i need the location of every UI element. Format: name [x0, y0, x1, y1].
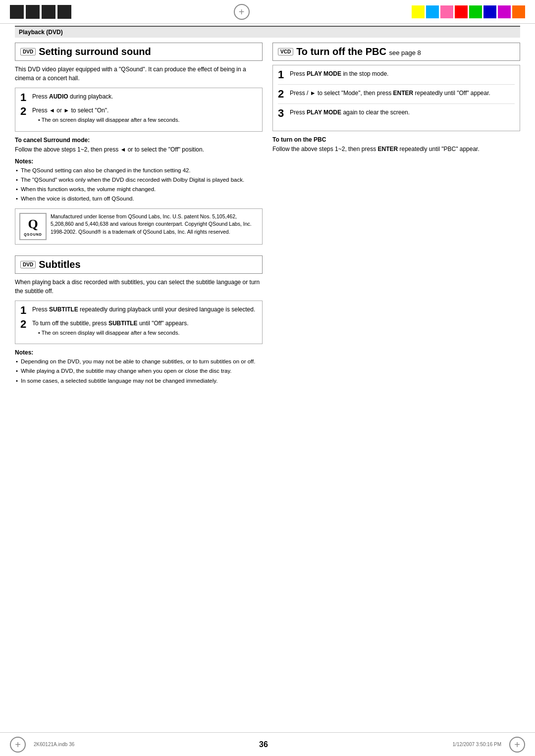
- color-magenta: [498, 5, 511, 18]
- cancel-text: Follow the above steps 1~2, then press ◄…: [15, 145, 263, 154]
- dvd-badge-2: DVD: [20, 261, 36, 268]
- subtitle-bold-1: SUBTITLE: [49, 306, 78, 313]
- color-pink: [440, 5, 453, 18]
- subtitles-heading: Subtitles: [39, 259, 80, 270]
- step-1-number: 1: [20, 92, 28, 103]
- subtitle-bold-2: SUBTITLE: [108, 320, 138, 327]
- subtitles-intro: When playing back a disc recorded with s…: [15, 278, 263, 296]
- subtitle-step-1: 1 Press SUBTITLE repeatedly during playb…: [20, 305, 257, 316]
- subtitle-step-1-content: Press SUBTITLE repeatedly during playbac…: [32, 305, 257, 314]
- qsound-label: QSOUND: [24, 233, 42, 236]
- subtitles-notes-heading: Notes:: [15, 349, 263, 356]
- color-green: [469, 5, 482, 18]
- left-column: DVD Setting surround sound This DVD vide…: [15, 43, 263, 386]
- qsound-box: Q QSOUND Manufactured under license from…: [15, 208, 263, 245]
- page-number: 36: [259, 740, 268, 749]
- step-2-content: Press ◄ or ► to select "On". The on scre…: [32, 106, 257, 124]
- q-letter: Q: [28, 217, 38, 232]
- surround-sound-title: DVD Setting surround sound: [15, 43, 263, 61]
- pbc-step-3-number: 3: [278, 108, 286, 119]
- bottom-compass-right: [509, 737, 525, 753]
- surround-sound-heading: Setting surround sound: [39, 46, 151, 57]
- pbc-steps-box: 1 Press PLAY MODE in the stop mode. 2 Pr…: [272, 65, 520, 131]
- subtitle-step-2-number: 2: [20, 319, 28, 330]
- subtitles-title: DVD Subtitles: [15, 255, 263, 274]
- bottom-compass-left: [10, 737, 26, 753]
- pbc-step-2-bold: ENTER: [393, 90, 413, 97]
- pbc-step-1-number: 1: [278, 69, 286, 80]
- two-column-layout: DVD Setting surround sound This DVD vide…: [15, 43, 520, 386]
- vcd-badge: VCD: [278, 48, 293, 55]
- step-1-bold: AUDIO: [49, 93, 68, 100]
- dvd-badge: DVD: [20, 48, 36, 55]
- subtitle-step-1-number: 1: [20, 305, 28, 316]
- surround-step-1: 1 Press AUDIO during playback.: [20, 92, 257, 103]
- subtitle-step-2-bullet: The on screen display will disappear aft…: [38, 329, 257, 337]
- bottom-right: 1/12/2007 3:50:16 PM: [453, 737, 525, 753]
- qsound-logo: Q QSOUND: [19, 213, 47, 240]
- note-2: The "QSound" works only when the DVD dis…: [15, 176, 263, 184]
- qsound-text: Manufactured under license from QSound L…: [51, 213, 258, 236]
- pbc-heading: To turn off the PBC see page 8: [296, 46, 421, 57]
- compass-mark: [234, 4, 250, 20]
- page-header: Playback (DVD): [15, 26, 520, 38]
- right-column: VCD To turn off the PBC see page 8 1 Pre…: [272, 43, 520, 386]
- pbc-step-1-bold: PLAY MODE: [307, 70, 341, 77]
- color-cyan: [426, 5, 439, 18]
- surround-sound-intro: This DVD video player equipped with a "Q…: [15, 65, 263, 83]
- section-divider: [15, 250, 263, 255]
- step-2-bullet: The on screen display will disappear aft…: [38, 116, 257, 124]
- subtitle-note-2: While playing a DVD, the subtitle may ch…: [15, 367, 263, 375]
- pbc-step-3: 3 Press PLAY MODE again to clear the scr…: [278, 108, 515, 123]
- notes-heading-1: Notes:: [15, 158, 263, 165]
- color-orange: [512, 5, 525, 18]
- main-content: Playback (DVD) DVD Setting surround soun…: [0, 26, 535, 386]
- footer-right-text: 1/12/2007 3:50:16 PM: [453, 742, 501, 747]
- pbc-step-2-number: 2: [278, 89, 286, 100]
- reg-block-1: [10, 5, 24, 19]
- color-yellow: [412, 5, 425, 18]
- turn-on-pbc-heading: To turn on the PBC: [272, 136, 520, 143]
- color-red: [455, 5, 468, 18]
- subtitle-note-1: Depending on the DVD, you may not be abl…: [15, 357, 263, 366]
- section-label: Playback (DVD): [19, 29, 63, 36]
- surround-steps-box: 1 Press AUDIO during playback. 2 Press ◄…: [15, 88, 263, 132]
- surround-step-2: 2 Press ◄ or ► to select "On". The on sc…: [20, 106, 257, 124]
- pbc-step-3-content: Press PLAY MODE again to clear the scree…: [290, 108, 515, 117]
- subtitles-steps-box: 1 Press SUBTITLE repeatedly during playb…: [15, 301, 263, 345]
- reg-marks-right: [412, 5, 525, 18]
- subtitle-note-3: In some cases, a selected subtitle langu…: [15, 377, 263, 385]
- reg-block-2: [26, 5, 40, 19]
- footer-left-text: 2K60121A.indb 36: [34, 742, 74, 747]
- turn-on-pbc: To turn on the PBC Follow the above step…: [272, 136, 520, 153]
- note-3: When this function works, the volume mig…: [15, 185, 263, 194]
- surround-notes: Notes: The QSound setting can also be ch…: [15, 158, 263, 203]
- pbc-step-3-bold: PLAY MODE: [307, 109, 341, 116]
- color-blue: [483, 5, 496, 18]
- pbc-step-1-content: Press PLAY MODE in the stop mode.: [290, 69, 515, 78]
- cancel-surround: To cancel Surround mode: Follow the abov…: [15, 137, 263, 154]
- bottom-left: 2K60121A.indb 36: [10, 737, 74, 753]
- note-1: The QSound setting can also be changed i…: [15, 166, 263, 175]
- top-registration-bar: [0, 0, 535, 24]
- reg-block-3: [42, 5, 55, 19]
- pbc-step-2: 2 Press / ► to select "Mode", then press…: [278, 89, 515, 104]
- reg-marks-left: [10, 5, 71, 19]
- bottom-bar: 2K60121A.indb 36 36 1/12/2007 3:50:16 PM: [0, 732, 535, 756]
- turn-on-pbc-bold: ENTER: [377, 146, 398, 152]
- subtitle-step-2: 2 To turn off the subtitle, press SUBTIT…: [20, 319, 257, 337]
- pbc-step-2-content: Press / ► to select "Mode", then press E…: [290, 89, 515, 98]
- step-2-number: 2: [20, 106, 28, 117]
- pbc-title: VCD To turn off the PBC see page 8: [272, 43, 520, 61]
- pbc-see-page: see page 8: [389, 49, 421, 56]
- subtitles-notes: Notes: Depending on the DVD, you may not…: [15, 349, 263, 385]
- note-4: When the voice is distorted, turn off QS…: [15, 195, 263, 203]
- step-1-content: Press AUDIO during playback.: [32, 92, 257, 101]
- pbc-step-1: 1 Press PLAY MODE in the stop mode.: [278, 69, 515, 85]
- turn-on-pbc-text: Follow the above steps 1~2, then press E…: [272, 145, 520, 153]
- reg-block-4: [57, 5, 71, 19]
- subtitle-step-2-content: To turn off the subtitle, press SUBTITLE…: [32, 319, 257, 337]
- cancel-heading: To cancel Surround mode:: [15, 137, 263, 144]
